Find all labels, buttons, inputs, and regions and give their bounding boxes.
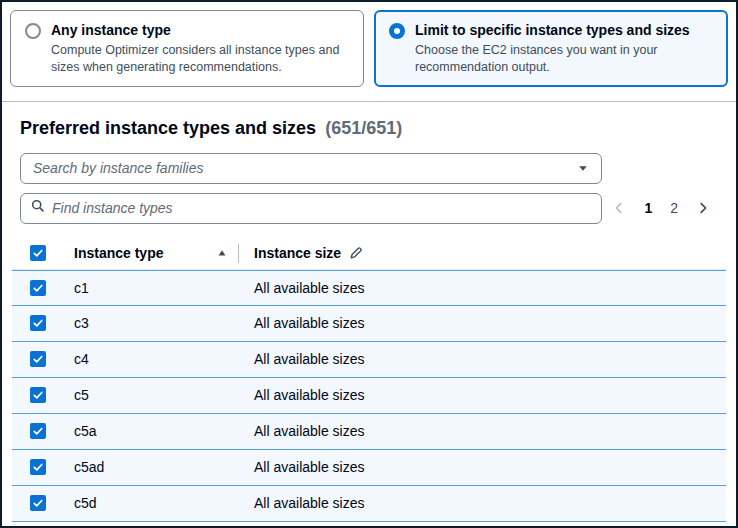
instance-type-cell: c3 bbox=[66, 315, 239, 331]
preferred-instances-section: Preferred instance types and sizes (651/… bbox=[2, 118, 736, 528]
search-icon bbox=[31, 199, 45, 217]
option-card-limit-instance-types[interactable]: Limit to specific instance types and siz… bbox=[374, 10, 728, 87]
instance-size-cell: All available sizes bbox=[239, 351, 726, 367]
row-checkbox-cell bbox=[12, 280, 66, 296]
table-row[interactable]: c4All available sizes bbox=[12, 342, 726, 378]
row-checkbox[interactable] bbox=[30, 280, 46, 296]
row-checkbox-cell bbox=[12, 387, 66, 403]
instance-type-column-label: Instance type bbox=[74, 245, 163, 261]
instance-size-cell: All available sizes bbox=[239, 495, 726, 511]
table-row[interactable]: c1All available sizes bbox=[12, 270, 726, 306]
instance-size-cell: All available sizes bbox=[239, 280, 726, 296]
compute-optimizer-panel: Any instance type Compute Optimizer cons… bbox=[0, 0, 738, 528]
table-row[interactable]: c5aAll available sizes bbox=[12, 414, 726, 450]
section-counter: (651/651) bbox=[325, 118, 402, 138]
row-checkbox-cell bbox=[12, 315, 66, 331]
table-body: c1All available sizesc3All available siz… bbox=[12, 270, 726, 522]
row-checkbox[interactable] bbox=[30, 351, 46, 367]
select-all-cell bbox=[12, 245, 66, 261]
instance-type-cell: c5 bbox=[66, 387, 239, 403]
sort-ascending-icon[interactable] bbox=[217, 248, 227, 258]
instance-size-column-label: Instance size bbox=[254, 245, 341, 261]
family-select-placeholder: Search by instance families bbox=[33, 160, 203, 176]
table-header-row: Instance type Instance size bbox=[12, 238, 726, 270]
select-all-checkbox[interactable] bbox=[30, 245, 46, 261]
row-checkbox-cell bbox=[12, 495, 66, 511]
page-1-button[interactable]: 1 bbox=[636, 196, 660, 220]
search-and-pagination-row: 1 2 bbox=[20, 193, 718, 224]
option-description: Compute Optimizer considers all instance… bbox=[51, 42, 349, 76]
option-card-text: Any instance type Compute Optimizer cons… bbox=[51, 21, 349, 76]
option-card-text: Limit to specific instance types and siz… bbox=[415, 21, 713, 76]
instance-size-cell: All available sizes bbox=[239, 315, 726, 331]
instance-type-cell: c5d bbox=[66, 495, 239, 511]
instance-size-column-header: Instance size bbox=[239, 245, 726, 261]
row-checkbox[interactable] bbox=[30, 315, 46, 331]
table-row[interactable]: c5dAll available sizes bbox=[12, 486, 726, 522]
row-checkbox[interactable] bbox=[30, 495, 46, 511]
instance-size-cell: All available sizes bbox=[239, 423, 726, 439]
instance-size-cell: All available sizes bbox=[239, 387, 726, 403]
instance-type-cell: c5ad bbox=[66, 459, 239, 475]
table-row[interactable]: c5adAll available sizes bbox=[12, 450, 726, 486]
previous-page-button[interactable] bbox=[604, 197, 634, 219]
section-divider bbox=[2, 101, 736, 102]
option-description: Choose the EC2 instances you want in you… bbox=[415, 42, 713, 76]
row-checkbox[interactable] bbox=[30, 459, 46, 475]
table-row-partial bbox=[12, 522, 726, 528]
instance-type-search[interactable] bbox=[20, 193, 602, 224]
edit-icon[interactable] bbox=[349, 246, 363, 260]
section-title: Preferred instance types and sizes (651/… bbox=[20, 118, 718, 139]
radio-unselected-icon[interactable] bbox=[25, 23, 41, 39]
option-label: Limit to specific instance types and siz… bbox=[415, 21, 713, 40]
instance-type-cell: c5a bbox=[66, 423, 239, 439]
page-2-button[interactable]: 2 bbox=[662, 196, 686, 220]
option-card-any-instance-type[interactable]: Any instance type Compute Optimizer cons… bbox=[10, 10, 364, 87]
instance-type-option-cards: Any instance type Compute Optimizer cons… bbox=[2, 2, 736, 87]
option-label: Any instance type bbox=[51, 21, 349, 40]
instance-size-cell: All available sizes bbox=[239, 459, 726, 475]
instance-types-table: Instance type Instance size c1All availa… bbox=[12, 238, 726, 528]
next-page-button[interactable] bbox=[688, 197, 718, 219]
table-row[interactable]: c5All available sizes bbox=[12, 378, 726, 414]
section-title-text: Preferred instance types and sizes bbox=[20, 118, 316, 138]
search-input[interactable] bbox=[52, 200, 591, 216]
row-checkbox-cell bbox=[12, 423, 66, 439]
row-checkbox[interactable] bbox=[30, 423, 46, 439]
instance-type-column-header[interactable]: Instance type bbox=[66, 238, 239, 269]
instance-type-cell: c4 bbox=[66, 351, 239, 367]
row-checkbox-cell bbox=[12, 351, 66, 367]
table-row[interactable]: c3All available sizes bbox=[12, 306, 726, 342]
dropdown-arrow-icon bbox=[577, 162, 589, 174]
row-checkbox[interactable] bbox=[30, 387, 46, 403]
instance-type-cell: c1 bbox=[66, 280, 239, 296]
radio-selected-icon[interactable] bbox=[389, 23, 405, 39]
row-checkbox-cell bbox=[12, 459, 66, 475]
instance-families-select[interactable]: Search by instance families bbox=[20, 153, 602, 184]
pagination: 1 2 bbox=[604, 196, 718, 220]
